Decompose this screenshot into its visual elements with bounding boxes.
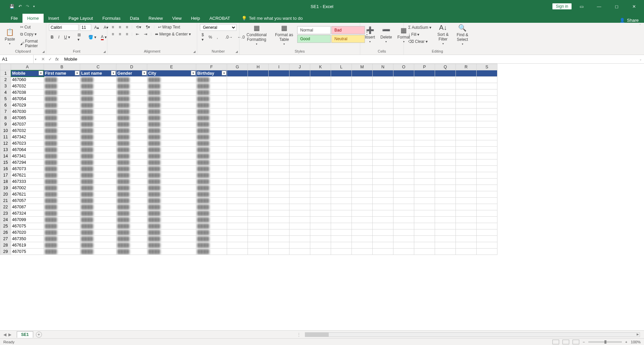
cell[interactable]: ████ <box>196 102 227 109</box>
view-normal-button[interactable] <box>552 340 559 344</box>
cell[interactable] <box>352 83 373 89</box>
cell[interactable] <box>414 236 435 242</box>
accounting-format-button[interactable]: $ ▾ <box>200 32 206 43</box>
cell[interactable] <box>373 223 393 229</box>
cell[interactable] <box>269 115 289 121</box>
cell[interactable]: ████ <box>196 236 227 242</box>
cell[interactable] <box>227 210 248 217</box>
tab-file[interactable]: File <box>6 14 22 23</box>
row-header[interactable]: 5 <box>0 96 11 102</box>
cell[interactable] <box>477 134 497 140</box>
cell[interactable] <box>393 83 414 89</box>
cell[interactable]: ████ <box>44 166 80 172</box>
cell[interactable] <box>248 223 269 229</box>
cell[interactable] <box>435 191 456 198</box>
cell[interactable]: ████ <box>80 83 116 89</box>
cell[interactable] <box>310 77 331 83</box>
cell[interactable] <box>373 204 393 210</box>
cell[interactable]: 467038 <box>11 89 44 96</box>
cell[interactable]: ████ <box>196 217 227 223</box>
cell[interactable] <box>248 198 269 204</box>
cell[interactable]: ████ <box>80 109 116 115</box>
increase-decimal-button[interactable]: .0→ <box>224 34 234 40</box>
cell[interactable] <box>269 134 289 140</box>
cell[interactable] <box>477 198 497 204</box>
cell[interactable] <box>414 198 435 204</box>
cell[interactable]: 467032 <box>11 83 44 89</box>
cell[interactable] <box>289 128 310 134</box>
cell[interactable] <box>477 70 497 77</box>
cell[interactable] <box>414 249 435 255</box>
cell[interactable] <box>352 198 373 204</box>
cell[interactable] <box>331 198 352 204</box>
cell[interactable] <box>477 172 497 179</box>
cell[interactable]: ████ <box>196 115 227 121</box>
cell[interactable] <box>289 236 310 242</box>
cell[interactable]: ████ <box>147 89 196 96</box>
cell[interactable] <box>248 172 269 179</box>
cell[interactable] <box>248 179 269 185</box>
minimize-button[interactable]: — <box>592 4 606 9</box>
column-header[interactable]: B <box>44 64 80 70</box>
style-good[interactable]: Good <box>297 35 331 43</box>
cell[interactable]: ████ <box>44 134 80 140</box>
row-header[interactable]: 29 <box>0 249 11 255</box>
cell[interactable] <box>435 121 456 128</box>
cell[interactable] <box>310 179 331 185</box>
cell[interactable] <box>414 140 435 147</box>
select-all-corner[interactable] <box>0 64 11 70</box>
format-as-table-button[interactable]: ▦Format as Table▾ <box>272 23 296 46</box>
cell[interactable]: ████ <box>44 109 80 115</box>
cell[interactable] <box>352 147 373 153</box>
column-header[interactable]: R <box>456 64 477 70</box>
bold-button[interactable]: B <box>49 34 55 40</box>
cell[interactable]: ████ <box>44 204 80 210</box>
cell[interactable] <box>352 242 373 249</box>
cell[interactable] <box>227 115 248 121</box>
cell[interactable] <box>289 77 310 83</box>
cell[interactable] <box>477 191 497 198</box>
add-sheet-button[interactable]: + <box>36 332 42 338</box>
cell[interactable] <box>414 229 435 236</box>
cell[interactable] <box>269 128 289 134</box>
cell[interactable] <box>269 96 289 102</box>
row-header[interactable]: 2 <box>0 77 11 83</box>
cell[interactable] <box>456 128 477 134</box>
column-header[interactable]: H <box>248 64 269 70</box>
row-header[interactable]: 10 <box>0 128 11 134</box>
cell[interactable] <box>269 210 289 217</box>
cell[interactable] <box>456 159 477 166</box>
cell[interactable] <box>227 166 248 172</box>
cell[interactable]: ████ <box>80 242 116 249</box>
underline-button[interactable]: U ▾ <box>62 34 72 40</box>
cell[interactable] <box>477 179 497 185</box>
cell[interactable]: ████ <box>116 210 147 217</box>
cell[interactable] <box>248 210 269 217</box>
cell[interactable]: ████ <box>147 217 196 223</box>
cell[interactable] <box>373 191 393 198</box>
cell[interactable] <box>435 198 456 204</box>
cell[interactable] <box>373 198 393 204</box>
cell[interactable] <box>435 70 456 77</box>
cell[interactable]: 467023 <box>11 140 44 147</box>
cell[interactable] <box>331 204 352 210</box>
cell[interactable]: ████ <box>116 191 147 198</box>
increase-indent-button[interactable]: ⇥ <box>142 31 149 37</box>
cell[interactable] <box>393 242 414 249</box>
cell[interactable]: ████ <box>80 223 116 229</box>
cell[interactable]: ████ <box>44 223 80 229</box>
maximize-button[interactable]: ◻ <box>609 4 624 9</box>
cell[interactable] <box>227 159 248 166</box>
cell[interactable] <box>456 115 477 121</box>
cell[interactable] <box>435 115 456 121</box>
cell[interactable] <box>373 242 393 249</box>
cell[interactable]: ████ <box>116 77 147 83</box>
cell[interactable] <box>373 115 393 121</box>
cell[interactable] <box>373 83 393 89</box>
cell[interactable] <box>248 109 269 115</box>
cell[interactable] <box>352 185 373 191</box>
tab-view[interactable]: View <box>167 14 186 23</box>
cell[interactable] <box>248 134 269 140</box>
cell[interactable] <box>414 179 435 185</box>
cell[interactable] <box>414 204 435 210</box>
